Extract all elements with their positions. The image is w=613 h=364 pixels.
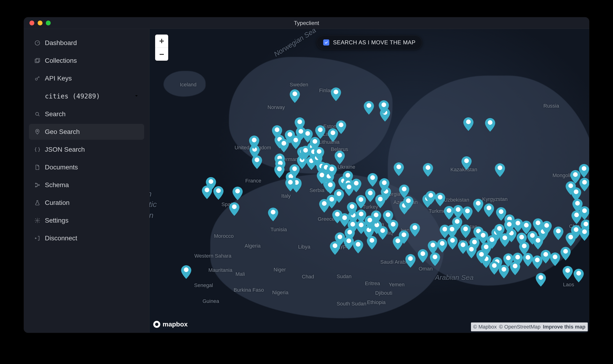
file-icon (34, 164, 41, 170)
collection-name: cities (45, 92, 68, 100)
collections-icon (34, 57, 41, 64)
traffic-lights (29, 21, 51, 26)
sidebar-item-label: Search (45, 110, 66, 118)
search-as-move-toggle[interactable]: SEARCH AS I MOVE THE MAP (317, 36, 422, 50)
svg-point-3 (35, 78, 37, 80)
sidebar-item-settings[interactable]: Settings (29, 213, 144, 228)
attrib-osm[interactable]: © OpenStreetMap (499, 324, 541, 330)
sidebar-item-label: Disconnect (45, 234, 77, 242)
sidebar-item-label: Curation (45, 199, 70, 207)
sidebar-item-json-search[interactable]: JSON Search (29, 142, 144, 157)
sidebar-item-disconnect[interactable]: Disconnect (29, 230, 144, 246)
attrib-mapbox[interactable]: © Mapbox (473, 324, 497, 330)
sidebar-collection-row[interactable]: cities (49289) (29, 88, 144, 104)
checkbox-checked-icon[interactable] (323, 39, 329, 46)
sidebar-item-collections[interactable]: Collections (29, 53, 144, 69)
zoom-out-button[interactable]: − (155, 48, 168, 61)
sidebar-item-curation[interactable]: Curation (29, 195, 144, 211)
map-land (163, 71, 205, 97)
sidebar-item-label: Collections (45, 57, 77, 65)
map-land (388, 76, 589, 286)
sidebar-item-label: Settings (45, 217, 68, 224)
svg-point-8 (38, 184, 39, 185)
collection-count: (49289) (72, 92, 100, 100)
zoom-in-button[interactable]: + (155, 35, 168, 48)
map-area[interactable]: IcelandNorwegian SeaNorwaySwedenFinlandE… (150, 29, 589, 333)
sidebar-item-api-keys[interactable]: API Keys (29, 70, 144, 86)
zoom-control: + − (155, 35, 168, 61)
sidebar-item-label: JSON Search (45, 146, 85, 153)
svg-rect-2 (36, 58, 40, 62)
svg-rect-1 (35, 59, 39, 63)
schema-icon (34, 182, 41, 188)
close-window-button[interactable] (29, 21, 34, 26)
svg-point-6 (35, 183, 36, 184)
sidebar-item-label: Dashboard (45, 39, 77, 47)
pin-icon (34, 129, 41, 135)
key-icon (34, 75, 41, 82)
mapbox-logo-text: mapbox (163, 321, 188, 328)
gauge-icon (34, 40, 41, 46)
sidebar-item-geo-search[interactable]: Geo Search (29, 124, 144, 140)
sidebar-item-label: Schema (45, 181, 69, 189)
blank-icon (34, 93, 41, 100)
sidebar-item-label: Documents (45, 164, 78, 171)
fullscreen-window-button[interactable] (46, 21, 51, 26)
mapbox-logo: mapbox (153, 321, 188, 328)
sidebar-item-schema[interactable]: Schema (29, 177, 144, 193)
sidebar-item-label: API Keys (45, 75, 72, 82)
map-attribution: © Mapbox © OpenStreetMap Improve this ma… (471, 323, 588, 331)
search-icon (34, 111, 41, 117)
sidebar-item-dashboard[interactable]: Dashboard (29, 35, 144, 51)
mapbox-logo-icon (153, 321, 160, 328)
sidebar-item-documents[interactable]: Documents (29, 159, 144, 175)
logout-icon (34, 235, 41, 242)
flask-icon (34, 199, 41, 206)
search-as-move-label: SEARCH AS I MOVE THE MAP (333, 39, 416, 46)
svg-point-7 (35, 186, 36, 187)
chevron-down-icon (134, 92, 139, 100)
braces-icon (34, 146, 41, 153)
attrib-improve-link[interactable]: Improve this map (543, 324, 586, 330)
gear-icon (34, 217, 41, 224)
app-window: Typeclient Dashboard Collections API Ke (24, 17, 589, 333)
titlebar: Typeclient (24, 17, 589, 29)
minimize-window-button[interactable] (38, 21, 42, 26)
svg-point-4 (36, 112, 39, 115)
sidebar-item-search[interactable]: Search (29, 106, 144, 122)
app-body: Dashboard Collections API Keys cities (24, 29, 589, 333)
sidebar-item-label: Geo Search (45, 128, 80, 136)
svg-point-9 (37, 220, 38, 221)
svg-point-5 (37, 130, 38, 132)
window-title: Typeclient (24, 20, 589, 26)
sidebar: Dashboard Collections API Keys cities (24, 29, 150, 333)
